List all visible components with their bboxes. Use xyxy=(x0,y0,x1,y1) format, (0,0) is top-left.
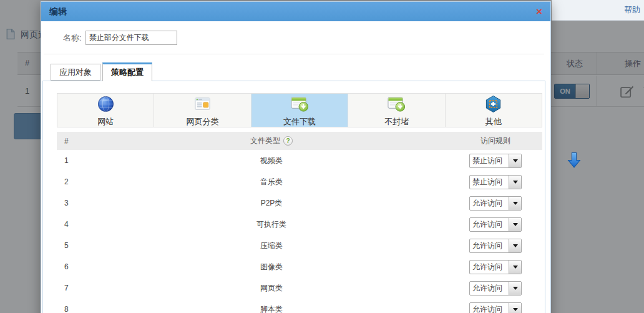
header-right-strip: 帮助 xyxy=(552,0,644,21)
file-type: 脚本类 xyxy=(94,304,449,313)
help-link[interactable]: 帮助 xyxy=(624,4,640,16)
dropdown-value: 禁止访问 xyxy=(470,176,509,189)
file-type: 音乐类 xyxy=(94,177,449,187)
table-row: 6 图像类 允许访问 xyxy=(57,256,542,277)
icon-tab-label: 网页分类 xyxy=(187,116,219,127)
dropdown-arrow-button[interactable] xyxy=(509,282,521,295)
dropdown-arrow-button[interactable] xyxy=(509,218,521,231)
rules-table-header: # 文件类型 ? 访问规则 xyxy=(57,132,542,150)
table-row: 2 音乐类 禁止访问 xyxy=(57,171,542,192)
file-type: 可执行类 xyxy=(94,219,449,230)
globe-icon xyxy=(97,95,115,116)
row-index: 2 xyxy=(57,177,94,186)
row-index: 5 xyxy=(57,241,94,250)
edit-dialog: 编辑 × 名称: 应用对象 策略配置 xyxy=(41,1,551,313)
dialog-title: 编辑 xyxy=(49,6,67,17)
file-type: P2P类 xyxy=(94,198,449,209)
dropdown-arrow-button[interactable] xyxy=(509,261,521,274)
tab-application-object[interactable]: 应用对象 xyxy=(51,64,100,81)
dropdown-value: 允许访问 xyxy=(470,261,509,274)
close-icon[interactable]: × xyxy=(536,6,542,17)
access-rule-dropdown[interactable]: 禁止访问 xyxy=(469,154,522,168)
dropdown-arrow-button[interactable] xyxy=(509,176,521,189)
icon-tab-label: 文件下载 xyxy=(283,116,316,127)
dropdown-arrow-button[interactable] xyxy=(509,303,521,313)
dropdown-value: 允许访问 xyxy=(470,197,509,210)
dropdown-arrow-button[interactable] xyxy=(509,197,521,210)
access-rule-dropdown[interactable]: 禁止访问 xyxy=(469,175,522,189)
dropdown-value: 禁止访问 xyxy=(470,154,509,167)
table-row: 5 压缩类 允许访问 xyxy=(57,235,542,256)
header-index: # xyxy=(57,137,94,146)
access-rule-dropdown[interactable]: 允许访问 xyxy=(469,281,522,296)
access-rule-dropdown[interactable]: 允许访问 xyxy=(469,260,522,274)
dialog-tabs: 应用对象 策略配置 xyxy=(42,62,545,81)
dialog-body: 名称: 应用对象 策略配置 网站 xyxy=(41,21,550,313)
dropdown-value: 允许访问 xyxy=(470,218,509,231)
apply-down-arrow-icon[interactable] xyxy=(567,152,581,169)
file-type: 视频类 xyxy=(94,156,449,166)
icon-tab-label: 其他 xyxy=(485,116,502,127)
no-block-icon xyxy=(387,95,406,116)
name-input[interactable] xyxy=(85,31,177,45)
table-row: 3 P2P类 允许访问 xyxy=(57,192,542,214)
header-access-rule: 访问规则 xyxy=(449,136,542,146)
file-download-icon xyxy=(290,95,310,116)
file-type: 图像类 xyxy=(94,262,449,272)
dropdown-arrow-button[interactable] xyxy=(509,239,521,252)
access-rule-dropdown[interactable]: 允许访问 xyxy=(469,196,522,211)
row-index: 8 xyxy=(57,305,94,313)
table-row: 1 视频类 禁止访问 xyxy=(57,150,542,171)
header-file-type: 文件类型 xyxy=(250,136,280,146)
category-icon-tabs: 网站 网页分类 文件下载 xyxy=(57,93,542,127)
icon-tab-webpage-category[interactable]: 网页分类 xyxy=(154,94,251,127)
icon-tab-file-download[interactable]: 文件下载 xyxy=(251,94,348,127)
tab-label: 策略配置 xyxy=(111,67,144,77)
table-row: 8 脚本类 允许访问 xyxy=(57,299,542,313)
table-row: 4 可执行类 允许访问 xyxy=(57,214,542,235)
name-row: 名称: xyxy=(44,21,544,54)
screen: 网页过滤 # 状态 操作 1 ON 新增 xyxy=(0,0,644,313)
dropdown-value: 允许访问 xyxy=(470,282,509,295)
icon-tab-other[interactable]: 其他 xyxy=(446,94,542,127)
file-type: 网页类 xyxy=(94,283,449,294)
icon-tab-label: 网站 xyxy=(97,116,114,127)
tab-label: 应用对象 xyxy=(59,67,92,77)
icon-tab-no-block[interactable]: 不封堵 xyxy=(348,94,445,127)
row-index: 1 xyxy=(57,156,94,165)
webpage-category-icon xyxy=(193,95,212,116)
table-row: 7 网页类 允许访问 xyxy=(57,277,542,299)
help-question-icon[interactable]: ? xyxy=(283,136,293,146)
dropdown-value: 允许访问 xyxy=(470,303,509,313)
access-rule-dropdown[interactable]: 允许访问 xyxy=(469,217,522,232)
icon-tab-label: 不封堵 xyxy=(384,116,409,127)
row-index: 6 xyxy=(57,262,94,271)
dropdown-value: 允许访问 xyxy=(470,239,509,252)
icon-tab-website[interactable]: 网站 xyxy=(57,94,154,127)
row-index: 7 xyxy=(57,284,94,292)
access-rule-dropdown[interactable]: 允许访问 xyxy=(469,239,522,253)
row-index: 3 xyxy=(57,199,94,207)
other-icon xyxy=(484,95,502,116)
policy-config-panel: 网站 网页分类 文件下载 xyxy=(42,81,545,313)
file-type: 压缩类 xyxy=(94,241,449,251)
row-index: 4 xyxy=(57,220,94,229)
dialog-titlebar[interactable]: 编辑 × xyxy=(41,2,550,21)
tab-policy-config[interactable]: 策略配置 xyxy=(102,62,152,81)
dropdown-arrow-button[interactable] xyxy=(509,154,521,167)
name-label: 名称: xyxy=(63,32,82,44)
access-rule-dropdown[interactable]: 允许访问 xyxy=(469,302,522,313)
